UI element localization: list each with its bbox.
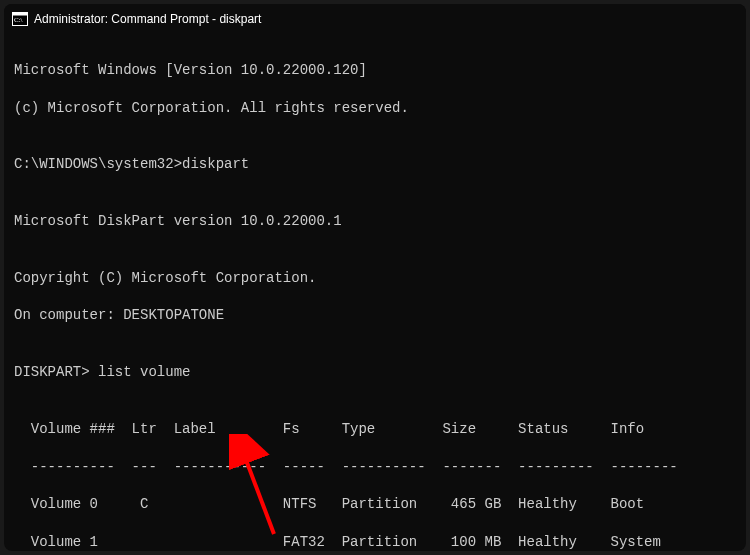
table-row: Volume 0 C NTFS Partition 465 GB Healthy…: [14, 495, 736, 514]
terminal-output[interactable]: Microsoft Windows [Version 10.0.22000.12…: [4, 34, 746, 551]
prompt-line: C:\WINDOWS\system32>diskpart: [14, 155, 736, 174]
output-line: Microsoft Windows [Version 10.0.22000.12…: [14, 61, 736, 80]
svg-text:C:\: C:\: [14, 16, 23, 24]
window-title: Administrator: Command Prompt - diskpart: [34, 12, 261, 26]
output-line: Copyright (C) Microsoft Corporation.: [14, 269, 736, 288]
prompt-line: DISKPART> list volume: [14, 363, 736, 382]
command-prompt-window: C:\ Administrator: Command Prompt - disk…: [4, 4, 746, 551]
output-line: On computer: DESKTOPATONE: [14, 306, 736, 325]
table-row: Volume 1 FAT32 Partition 100 MB Healthy …: [14, 533, 736, 551]
cmd-icon: C:\: [12, 11, 28, 27]
table-divider: ---------- --- ----------- ----- -------…: [14, 458, 736, 477]
table-header: Volume ### Ltr Label Fs Type Size Status…: [14, 420, 736, 439]
titlebar[interactable]: C:\ Administrator: Command Prompt - disk…: [4, 4, 746, 34]
arrow-annotation-icon: [229, 434, 289, 544]
output-line: Microsoft DiskPart version 10.0.22000.1: [14, 212, 736, 231]
output-line: (c) Microsoft Corporation. All rights re…: [14, 99, 736, 118]
